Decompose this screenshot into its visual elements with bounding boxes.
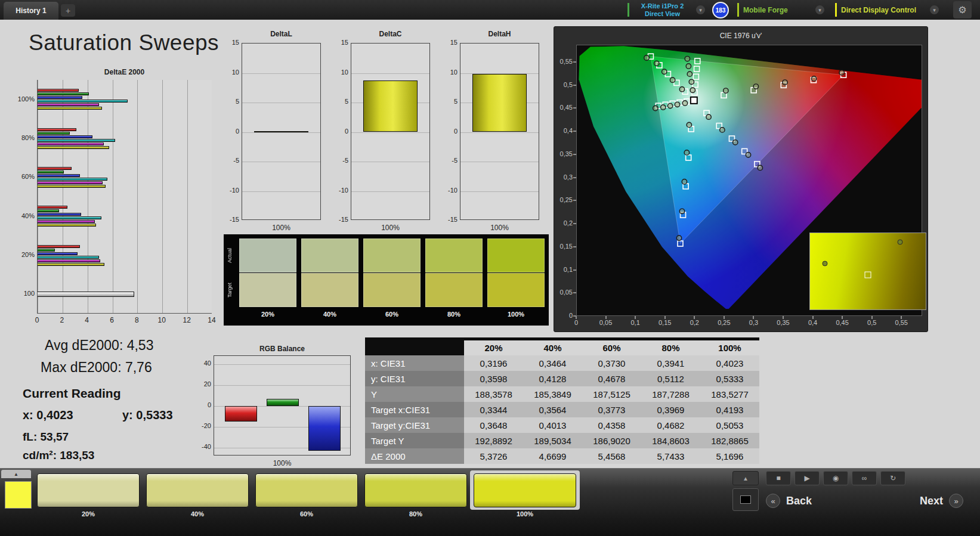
y-axis-tick-label: 0,15 [555,243,573,250]
deltae-bar-yellow [38,263,104,266]
rgb-balance-chart: RGB Balance 100% 40200-20-40 [198,345,359,467]
deltae-bar-yellow [38,185,106,188]
x-axis-tick-label: 0,25 [715,319,734,326]
x-axis-tick-label: 0,35 [774,319,793,326]
measured-point [720,128,725,132]
y-axis-tick-label: 0 [555,312,573,319]
blackout-button[interactable] [732,488,759,511]
deltae-bar-cyan [38,216,101,219]
saturation-swatch-button[interactable] [255,473,358,507]
target-swatch [239,273,296,307]
table-cell: 0,3196 [464,355,523,371]
measured-point [811,76,816,81]
row-label: x: CIE31 [365,355,464,371]
table-cell: 0,4013 [523,417,582,433]
axis-tick [573,107,576,109]
table-corner-cell [365,340,464,355]
saturation-swatch-button[interactable] [37,473,140,507]
settings-button[interactable]: ⚙ [953,1,972,18]
workspace: Saturation Sweeps DeltaE 2000 0246810121… [0,20,980,468]
measure-button[interactable]: ◉ [823,471,848,485]
actual-swatch [425,238,483,272]
chevron-down-icon: ▾ [815,5,824,14]
table-cell: 0,4358 [582,417,641,433]
row-label: Y [365,386,464,402]
chart-title: DeltaH [460,30,539,38]
y-axis-tick-label: 20% [12,251,35,258]
delta-chart-deltac: DeltaC151050-5-10-15100% [333,30,434,236]
deltae-bar-red [38,245,80,248]
inset-measured-point [898,240,903,245]
table-cell: 186,9020 [582,433,641,448]
stop-button[interactable]: ■ [766,471,791,485]
tray-collapse-button[interactable]: ▲ [1,470,31,478]
measured-point [685,56,690,61]
measured-point [667,103,672,108]
loop-button[interactable]: ↻ [880,471,905,485]
measured-point [839,70,844,75]
table-cell: 183,5277 [700,386,759,402]
swatch-label: 40% [146,510,249,518]
back-button[interactable]: « Back [766,491,855,510]
saturation-swatch-button[interactable] [474,473,576,507]
axis-tick [753,316,754,319]
measured-point [682,101,687,106]
add-tab-button[interactable]: + [61,4,75,17]
y-axis-tick-label: -5 [224,157,239,164]
deltae-bar-blue [38,174,80,177]
y-axis-tick-label: 0,4 [555,127,573,134]
history-tab[interactable]: History 1 [4,2,58,20]
measured-point [662,69,667,74]
y-axis-tick-label: 0,2 [555,219,573,227]
axis-tick [573,269,576,271]
gridline [187,80,188,314]
up-arrow-icon: ▲ [743,475,749,482]
source-dropdown[interactable]: Mobile Forge ▾ [737,0,828,20]
table-cell: 5,7433 [641,448,700,464]
deltae-bar-red [38,89,79,92]
back-label: Back [786,495,812,507]
x-axis-tick-label: 0,1 [626,319,645,326]
gridline [242,132,320,133]
gridline [88,80,88,314]
swatch-label: 60% [255,510,358,518]
column-header: 40% [523,340,582,355]
meter-dropdown[interactable]: X-Rite i1Pro 2 Direct View ▾ [627,0,709,20]
y-axis-tick-label: -10 [442,187,457,194]
measured-point [684,150,689,155]
table-cell: 187,5125 [582,386,641,402]
play-button[interactable]: ▶ [794,471,820,485]
row-label: y: CIE31 [365,371,464,386]
y-axis-tick-label: 0,45 [555,104,573,111]
saturation-swatch-button[interactable] [364,473,467,507]
chart-title: DeltaL [242,30,321,38]
table-cell: 4,6699 [523,448,582,464]
y-axis-tick-label: 60% [12,173,35,180]
saturation-swatch-button[interactable] [146,473,249,507]
y-axis-tick-label: 0,5 [555,81,573,88]
meter-label: X-Rite i1Pro 2 Direct View [627,2,693,18]
axis-tick [842,316,843,319]
column-header: 80% [641,340,700,355]
display-control-dropdown[interactable]: Direct Display Control ▾ [835,0,942,20]
measured-point [654,61,659,66]
strip-column-label: 20% [239,311,296,318]
y-axis-tick-label: 0,3 [555,173,573,181]
chart-plot [460,43,539,220]
y-axis-tick-label: 0,55 [555,58,573,65]
chevron-down-icon: ▾ [696,5,705,14]
gridline [460,191,539,192]
panel-up-button[interactable]: ▲ [732,471,759,485]
delta-chart-deltah: DeltaH151050-5-10-15100% [442,30,543,236]
y-axis-tick-label: 100% [12,95,35,103]
next-button[interactable]: Next » [859,491,963,510]
gridline [351,73,429,74]
y-axis-tick-label: 0 [198,401,211,408]
delta-bar [472,74,527,132]
strip-row-label: Target [227,273,235,307]
continuous-button[interactable]: ∞ [852,471,877,485]
current-target-point [691,97,697,104]
row-label: ΔE 2000 [365,448,464,464]
measured-point [758,165,762,170]
measured-point [706,114,711,119]
